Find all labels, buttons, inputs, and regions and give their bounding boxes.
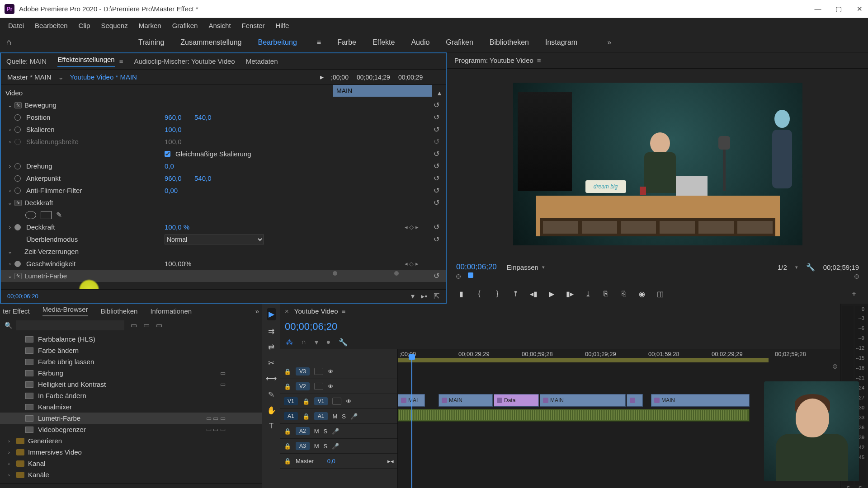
eye-icon[interactable]: 👁 <box>328 383 334 390</box>
source-patch[interactable]: A1 <box>284 412 298 420</box>
lock-icon[interactable]: 🔒 <box>284 428 291 435</box>
menu-clip[interactable]: Clip <box>73 20 96 31</box>
preset-icon-2[interactable]: ▭ <box>143 321 150 329</box>
lift-icon[interactable]: ⎘ <box>601 290 611 298</box>
workspace-training[interactable]: Training <box>138 38 164 47</box>
reset-icon[interactable]: ↺ <box>434 186 439 195</box>
maximize-button[interactable]: ▢ <box>835 5 843 13</box>
vscroll-handle[interactable] <box>833 364 837 369</box>
master-label[interactable]: Master * MAIN <box>7 73 52 81</box>
marker-add-icon[interactable]: ● <box>326 338 331 346</box>
mic-icon[interactable]: 🎤 <box>332 428 339 435</box>
tab-metadaten[interactable]: Metadaten <box>246 57 278 65</box>
export-frame-icon[interactable]: ⇱ <box>434 292 439 300</box>
anchor-x-value[interactable]: 960,0 <box>165 174 182 182</box>
lock-icon[interactable]: 🔒 <box>284 368 291 375</box>
tab-master-effect[interactable]: ter Effect <box>3 307 30 315</box>
solo-label[interactable]: S <box>859 485 862 488</box>
mic-icon[interactable]: 🎤 <box>350 413 358 420</box>
lock-icon[interactable]: 🔒 <box>284 383 291 390</box>
workspace-bearbeitung[interactable]: Bearbeitung <box>258 38 297 47</box>
play-icon[interactable]: ▸ <box>320 73 324 81</box>
play-only-icon[interactable]: ▸▪ <box>421 292 427 300</box>
step-back-icon[interactable]: ◂▮ <box>528 290 538 298</box>
current-timecode[interactable]: 00;00;06;20 <box>7 293 38 300</box>
new-bin-icon[interactable]: 📁 <box>227 487 236 488</box>
eye-icon[interactable]: 👁 <box>346 398 352 405</box>
reset-icon[interactable]: ↺ <box>434 174 439 183</box>
menu-datei[interactable]: Datei <box>3 20 29 31</box>
close-button[interactable]: ✕ <box>855 5 863 13</box>
program-tab[interactable]: Programm: Youtube Video≡ <box>447 52 868 69</box>
clip[interactable]: MAIN <box>439 394 493 407</box>
selection-tool-icon[interactable]: ▶ <box>267 308 276 320</box>
extract-icon[interactable]: ⎗ <box>619 290 629 298</box>
reset-icon[interactable]: ↺ <box>434 162 439 170</box>
scale-value[interactable]: 100,0 <box>165 126 182 133</box>
menu-sequenz[interactable]: Sequenz <box>95 20 133 31</box>
in-out-range[interactable] <box>398 358 769 362</box>
master-value[interactable]: 0,0 <box>327 458 335 465</box>
tab-quelle[interactable]: Quelle: MAIN <box>6 57 47 65</box>
export-frame-icon[interactable]: ◉ <box>637 290 647 298</box>
zoom-handle-right[interactable] <box>394 271 399 276</box>
clip[interactable]: MAIN <box>651 394 750 407</box>
menu-fenster[interactable]: Fenster <box>236 20 270 31</box>
preset-icon[interactable]: ▭ <box>131 321 137 329</box>
tabs-overflow-icon[interactable]: » <box>255 307 259 315</box>
track-head-v3[interactable]: 🔒V3👁 <box>280 364 397 379</box>
stopwatch-icon[interactable] <box>14 163 21 169</box>
stopwatch-icon[interactable] <box>14 188 21 194</box>
antiflicker-value[interactable]: 0,00 <box>165 187 178 194</box>
home-icon[interactable]: ⌂ <box>6 37 12 47</box>
reset-icon[interactable]: ↺ <box>434 113 439 122</box>
solo-label[interactable]: S <box>846 485 850 488</box>
track-head-a1[interactable]: A1🔒A1MS🎤 <box>280 409 397 424</box>
effect-folder[interactable]: ›Kanal <box>0 458 262 469</box>
eye-icon[interactable]: 👁 <box>328 368 334 375</box>
program-timecode-left[interactable]: 00;00;06;20 <box>456 263 497 272</box>
clip[interactable]: Data <box>494 394 539 407</box>
panel-menu-icon[interactable]: ≡ <box>119 57 123 65</box>
position-y-value[interactable]: 540,0 <box>194 113 212 121</box>
track-select-tool-icon[interactable]: ⇉ <box>268 327 274 336</box>
workspace-menu-icon[interactable]: ≡ <box>317 38 321 47</box>
effect-folder[interactable]: ›Immersives Video <box>0 446 262 458</box>
effect-folder[interactable]: ›Generieren <box>0 435 262 446</box>
link-icon[interactable]: ∩ <box>301 338 307 346</box>
stopwatch-icon[interactable] <box>14 127 21 133</box>
effect-folder[interactable]: ›Kanäle <box>0 469 262 480</box>
track-head-a3[interactable]: 🔒A3MS🎤 <box>280 439 397 454</box>
hand-tool-icon[interactable]: ✋ <box>267 406 276 415</box>
comparison-icon[interactable]: ◫ <box>655 290 665 298</box>
zoom-dropdown[interactable]: 1/2 <box>778 263 787 271</box>
mic-icon[interactable]: 🎤 <box>332 443 339 450</box>
wrench-icon[interactable]: 🔧 <box>806 263 815 272</box>
stopwatch-icon[interactable] <box>14 261 21 267</box>
position-x-value[interactable]: 960,0 <box>165 113 182 121</box>
scrub-in[interactable] <box>456 274 461 279</box>
uniform-scale-checkbox[interactable] <box>165 151 170 157</box>
workspace-effekte[interactable]: Effekte <box>373 38 395 47</box>
workspace-farbe[interactable]: Farbe <box>337 38 356 47</box>
effect-item[interactable]: Helligkeit und Kontrast▭ <box>0 379 262 390</box>
reset-icon[interactable]: ↺ <box>434 101 439 109</box>
reset-icon[interactable]: ↺ <box>434 198 439 207</box>
fx-zoom-slider[interactable] <box>335 271 403 276</box>
sync-lock-icon[interactable] <box>314 383 323 390</box>
play-icon[interactable]: ▶ <box>547 290 557 298</box>
go-in-icon[interactable]: ⤒ <box>510 290 520 298</box>
reset-icon[interactable]: ↺ <box>434 235 439 244</box>
zoom-handle-left[interactable] <box>333 271 337 276</box>
source-patch[interactable]: V1 <box>284 397 298 405</box>
menu-hilfe[interactable]: Hilfe <box>270 20 294 31</box>
reset-icon[interactable]: ↺ <box>434 125 439 134</box>
mark-out-bracket-icon[interactable]: } <box>492 290 502 298</box>
snap-icon[interactable]: ⁂ <box>286 338 293 347</box>
button-editor-icon[interactable]: ＋ <box>849 289 859 299</box>
mini-timeline[interactable]: ;00;00 00;00;14;29 00;00;29 <box>331 74 439 81</box>
ripple-tool-icon[interactable]: ⇄ <box>268 343 274 352</box>
chevron-down-icon[interactable]: ⌄ <box>58 73 64 81</box>
pen-mask-icon[interactable]: ✎ <box>56 211 62 219</box>
keyframe-nav[interactable]: ◂ ◇ ▸ <box>405 224 419 230</box>
